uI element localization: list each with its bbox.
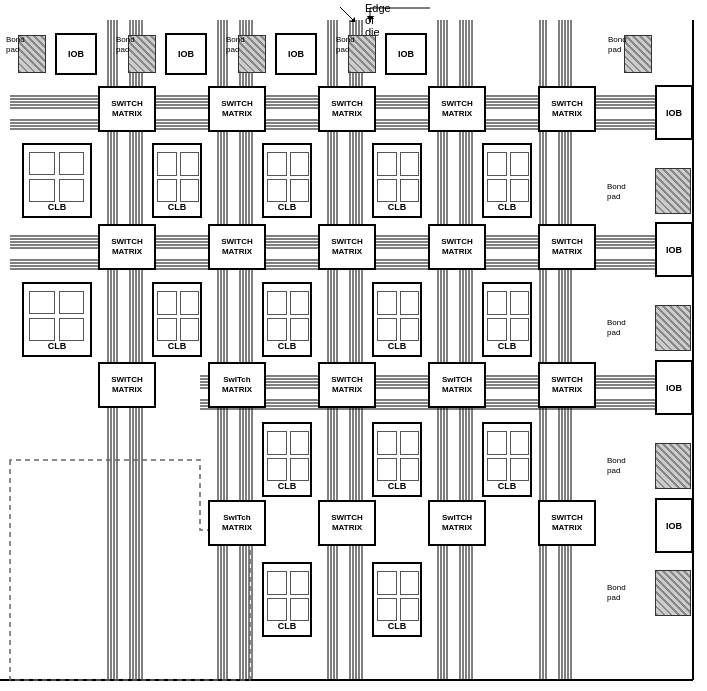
bond-pad-3-label: Bondpad bbox=[226, 35, 245, 54]
bond-pad-8 bbox=[655, 443, 691, 489]
switch-matrix-10: SWITCHMATRIX bbox=[538, 224, 596, 270]
clb-10: CLB bbox=[482, 282, 532, 357]
bond-pad-7 bbox=[655, 305, 691, 351]
iob-2: IOB bbox=[165, 33, 207, 75]
switch-matrix-9: SWITCHMATRIX bbox=[428, 224, 486, 270]
switch-matrix-16: SwITchMATRIX bbox=[208, 500, 266, 546]
switch-matrix-12: SwITchMATRIX bbox=[208, 362, 266, 408]
bond-pad-5 bbox=[624, 35, 652, 73]
iob-5: IOB bbox=[655, 85, 693, 140]
clb-6: CLB bbox=[22, 282, 92, 357]
clb-3-full: CLB bbox=[262, 143, 312, 218]
clb-14: CLB bbox=[262, 562, 312, 637]
bond-pad-9 bbox=[655, 570, 691, 616]
clb-7: CLB bbox=[152, 282, 202, 357]
clb-12: CLB bbox=[372, 422, 422, 497]
switch-matrix-14: SwITCHMATRIX bbox=[428, 362, 486, 408]
bond-pad-2-label: Bondpad bbox=[116, 35, 135, 54]
switch-matrix-8: SWITCHMATRIX bbox=[318, 224, 376, 270]
iob-6: IOB bbox=[655, 222, 693, 277]
clb-4-full: CLB bbox=[372, 143, 422, 218]
main-canvas: Edge of die bbox=[0, 0, 707, 691]
switch-matrix-18: SwITCHMATRIX bbox=[428, 500, 486, 546]
switch-matrix-13: SWITCHMATRIX bbox=[318, 362, 376, 408]
clb-2-full: CLB bbox=[152, 143, 202, 218]
switch-matrix-11: SWITCHMATRIX bbox=[98, 362, 156, 408]
bond-pad-9-label: Bondpad bbox=[607, 583, 626, 602]
bond-pad-7-label: Bondpad bbox=[607, 318, 626, 337]
iob-7: IOB bbox=[655, 360, 693, 415]
clb-5-full: CLB bbox=[482, 143, 532, 218]
switch-matrix-4: SWITCHMATRIX bbox=[428, 86, 486, 132]
bond-pad-6 bbox=[655, 168, 691, 214]
iob-1: IOB bbox=[55, 33, 97, 75]
iob-8: IOB bbox=[655, 498, 693, 553]
bond-pad-5-label: Bondpad bbox=[608, 35, 627, 54]
switch-matrix-15: SWITCHMATRIX bbox=[538, 362, 596, 408]
bond-pad-1-label: Bondpad bbox=[6, 35, 25, 54]
switch-matrix-7: SWITCHMATRIX bbox=[208, 224, 266, 270]
iob-3: IOB bbox=[275, 33, 317, 75]
switch-matrix-5: SWITCHMATRIX bbox=[538, 86, 596, 132]
clb-8: CLB bbox=[262, 282, 312, 357]
iob-4: IOB bbox=[385, 33, 427, 75]
clb-9: CLB bbox=[372, 282, 422, 357]
clb-1-full: CLB bbox=[22, 143, 92, 218]
bond-pad-6-label: Bondpad bbox=[607, 182, 626, 201]
switch-matrix-17: SWITCHMATRIX bbox=[318, 500, 376, 546]
switch-matrix-3: SWITCHMATRIX bbox=[318, 86, 376, 132]
clb-13: CLB bbox=[482, 422, 532, 497]
clb-15: CLB bbox=[372, 562, 422, 637]
switch-matrix-1: SWITCHMATRIX bbox=[98, 86, 156, 132]
clb-11: CLB bbox=[262, 422, 312, 497]
bond-pad-4-label: Bondpad bbox=[336, 35, 355, 54]
switch-matrix-19: SWITCHMATRIX bbox=[538, 500, 596, 546]
switch-matrix-2: SWITCHMATRIX bbox=[208, 86, 266, 132]
bond-pad-8-label: Bondpad bbox=[607, 456, 626, 475]
switch-matrix-6: SWITCHMATRIX bbox=[98, 224, 156, 270]
